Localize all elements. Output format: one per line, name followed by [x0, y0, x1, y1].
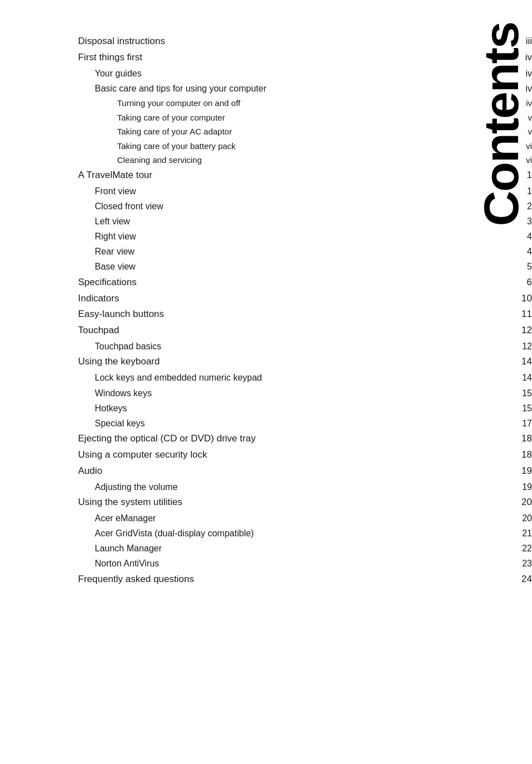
contents-vertical-label: Contents — [471, 0, 532, 764]
toc-row: A TravelMate tour1 — [78, 167, 532, 184]
toc-row: Adjusting the volume19 — [78, 479, 532, 494]
toc-label: Closed front view — [95, 199, 163, 214]
toc-label: Taking care of your computer — [117, 110, 225, 125]
toc-row: Hotkeys15 — [78, 401, 532, 416]
toc-label: Disposal instructions — [78, 33, 165, 50]
toc-row: Rear view4 — [78, 244, 532, 259]
toc-row: Acer eManager20 — [78, 511, 532, 526]
toc-row: Cleaning and servicingvi — [78, 153, 532, 167]
toc-row: Frequently asked questions24 — [78, 571, 532, 588]
toc-row: Touchpad basics12 — [78, 339, 532, 354]
toc-label: Hotkeys — [95, 401, 127, 416]
toc-row: Acer GridVista (dual-display compatible)… — [78, 526, 532, 541]
toc-label: Front view — [95, 184, 136, 199]
toc-row: First things firstiv — [78, 50, 532, 66]
toc-label: Base view — [95, 259, 136, 274]
toc-label: Using the keyboard — [78, 354, 159, 370]
toc-row: Base view5 — [78, 259, 532, 274]
toc-row: Easy-launch buttons11 — [78, 306, 532, 323]
toc-label: Lock keys and embedded numeric keypad — [95, 370, 262, 385]
toc-row: Turning your computer on and offiv — [78, 96, 532, 110]
toc-row: Specifications6 — [78, 275, 532, 291]
toc-label: Turning your computer on and off — [117, 96, 240, 110]
toc-row: Taking care of your AC adaptorv — [78, 124, 532, 139]
toc-label: Adjusting the volume — [95, 479, 178, 494]
toc-label: Cleaning and servicing — [117, 153, 202, 167]
toc-label: Ejecting the optical (CD or DVD) drive t… — [78, 431, 255, 447]
toc-label: Indicators — [78, 291, 119, 307]
toc-row: Special keys17 — [78, 416, 532, 431]
toc-label: Your guides — [95, 66, 142, 81]
contents-title-text: Contents — [477, 22, 526, 226]
toc-row: Disposal instructionsiii — [78, 33, 532, 50]
toc-label: Touchpad basics — [95, 339, 161, 354]
toc-row: Audio19 — [78, 463, 532, 479]
toc-label: Using the system utilities — [78, 494, 182, 511]
toc-label: Right view — [95, 229, 136, 244]
toc-row: Using the system utilities20 — [78, 494, 532, 511]
toc-label: Specifications — [78, 275, 137, 291]
toc-label: First things first — [78, 50, 142, 66]
toc-row: Your guidesiv — [78, 66, 532, 81]
toc-label: Windows keys — [95, 386, 152, 401]
toc-label: Acer GridVista (dual-display compatible) — [95, 526, 254, 541]
toc-label: Norton AntiVirus — [95, 556, 159, 571]
toc-row: Indicators10 — [78, 291, 532, 307]
toc-label: Left view — [95, 214, 130, 229]
toc-row: Left view3 — [78, 214, 532, 229]
page-container: Contents Disposal instructionsiiiFirst t… — [0, 0, 532, 764]
toc-label: Rear view — [95, 244, 134, 259]
toc-label: Easy-launch buttons — [78, 306, 164, 323]
toc-row: Touchpad12 — [78, 323, 532, 339]
toc-label: Special keys — [95, 416, 145, 431]
toc-label: Basic care and tips for using your compu… — [95, 81, 267, 96]
toc-row: Norton AntiVirus23 — [78, 556, 532, 571]
toc-row: Windows keys15 — [78, 386, 532, 401]
toc-row: Ejecting the optical (CD or DVD) drive t… — [78, 431, 532, 447]
toc-label: Taking care of your AC adaptor — [117, 124, 232, 139]
toc-row: Using the keyboard14 — [78, 354, 532, 370]
toc-label: A TravelMate tour — [78, 167, 152, 184]
toc-row: Launch Manager22 — [78, 541, 532, 556]
toc-label: Audio — [78, 463, 102, 479]
toc-row: Front view1 — [78, 184, 532, 199]
toc-row: Closed front view2 — [78, 199, 532, 214]
toc-container: Disposal instructionsiiiFirst things fir… — [78, 33, 532, 587]
toc-row: Basic care and tips for using your compu… — [78, 81, 532, 96]
toc-label: Using a computer security lock — [78, 447, 207, 463]
toc-label: Touchpad — [78, 323, 119, 339]
toc-label: Acer eManager — [95, 511, 156, 526]
toc-row: Using a computer security lock18 — [78, 447, 532, 463]
toc-row: Lock keys and embedded numeric keypad14 — [78, 370, 532, 385]
toc-label: Frequently asked questions — [78, 571, 194, 588]
toc-row: Taking care of your battery packvi — [78, 139, 532, 153]
toc-row: Right view4 — [78, 229, 532, 244]
toc-label: Launch Manager — [95, 541, 162, 556]
toc-row: Taking care of your computerv — [78, 110, 532, 125]
toc-label: Taking care of your battery pack — [117, 139, 236, 153]
